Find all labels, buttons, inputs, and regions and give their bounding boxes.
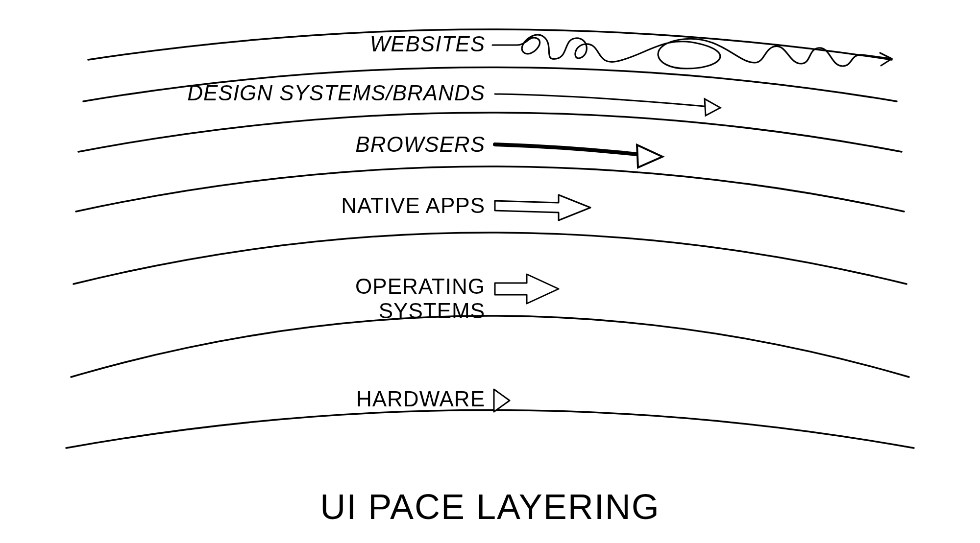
layer-label-hardware: HARDWARE [356,387,485,411]
layer-hardware: HARDWARE [356,387,510,412]
layer-websites: WEBSITES [370,32,892,69]
layer-label-websites: WEBSITES [370,32,485,56]
layer-label-operating-systems-line1: OPERATING [355,274,485,298]
arc-5 [71,316,909,377]
arrow-outline-icon [495,274,559,304]
arc-4 [74,233,906,284]
arc-3 [76,166,904,212]
arrow-head-icon [705,99,720,116]
pace-layering-diagram: WEBSITES DESIGN SYSTEMS/BRANDS BROWSERS … [0,0,980,543]
arrow-head-icon [637,145,662,167]
arrow-outline-icon [495,195,590,220]
arrow-native-apps [495,195,590,220]
arrow-shaft [495,94,720,108]
diagram-title: UI PACE LAYERING [320,487,660,526]
layer-label-design-systems: DESIGN SYSTEMS/BRANDS [187,81,485,105]
layer-label-operating-systems-line2: SYSTEMS [379,299,485,323]
arrow-head-icon [494,389,510,412]
arrow-operating-systems [495,274,559,304]
arrow-hardware [494,389,510,412]
layer-native-apps: NATIVE APPS [341,193,590,220]
arrow-shaft [495,144,637,154]
arc-6 [66,410,914,449]
arc-2 [78,113,902,152]
layer-operating-systems: OPERATING SYSTEMS [355,274,559,323]
arrow-browsers [495,144,662,167]
layer-browsers: BROWSERS [355,132,662,167]
layer-label-browsers: BROWSERS [355,132,485,156]
layer-label-native-apps: NATIVE APPS [341,193,485,217]
arc-0 [88,29,892,60]
layer-design-systems: DESIGN SYSTEMS/BRANDS [187,81,720,116]
